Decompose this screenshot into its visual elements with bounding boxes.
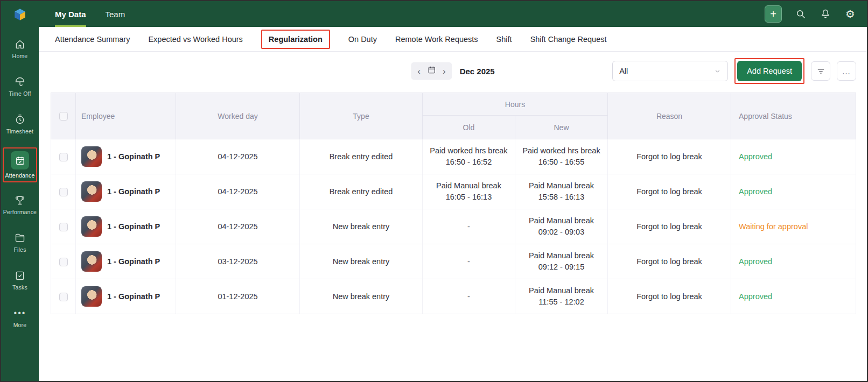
header-employee: Employee bbox=[76, 93, 176, 139]
header-type: Type bbox=[300, 93, 423, 139]
row-checkbox[interactable] bbox=[59, 223, 68, 231]
more-icon: ••• bbox=[14, 307, 26, 319]
row-checkbox[interactable] bbox=[59, 188, 68, 196]
tab-shift-change-request[interactable]: Shift Change Request bbox=[530, 35, 607, 44]
timesheet-icon bbox=[14, 114, 26, 125]
next-month-button[interactable]: › bbox=[442, 67, 447, 75]
date-navigation: ‹ › Dec 2025 bbox=[411, 62, 494, 80]
search-icon[interactable] bbox=[795, 8, 807, 20]
add-button[interactable]: + bbox=[765, 5, 782, 23]
time-off-icon bbox=[14, 76, 26, 88]
period-label: Dec 2025 bbox=[460, 67, 495, 76]
sidebar-item-tasks[interactable]: Tasks bbox=[3, 266, 37, 294]
hours-old-cell: - bbox=[423, 279, 515, 314]
table-row: 1 - Gopinath P04-12-2025Break entry edit… bbox=[51, 174, 856, 209]
performance-icon bbox=[14, 194, 26, 206]
sidebar-item-attendance[interactable]: Attendance bbox=[3, 147, 37, 182]
date-pill: ‹ › bbox=[411, 62, 452, 80]
sidebar-item-label: Tasks bbox=[12, 284, 27, 291]
reason-cell: Forgot to log break bbox=[608, 174, 731, 209]
calendar-icon[interactable] bbox=[427, 66, 436, 77]
hours-new-cell: Paid worked hrs break16:50 - 16:55 bbox=[515, 139, 608, 174]
reason-cell: Forgot to log break bbox=[608, 209, 731, 244]
main-area: My Data Team + ⚙ Attendance Summary Expe… bbox=[39, 1, 867, 381]
tab-attendance-summary[interactable]: Attendance Summary bbox=[55, 35, 130, 44]
hours-old-cell: Paid worked hrs break16:50 - 16:52 bbox=[423, 139, 515, 174]
employee-avatar bbox=[81, 146, 102, 167]
topbar-actions: + ⚙ bbox=[765, 5, 856, 23]
employee-avatar bbox=[81, 251, 102, 272]
add-request-button[interactable]: Add Request bbox=[737, 61, 802, 81]
hours-new-cell: Paid Manual break15:58 - 16:13 bbox=[515, 174, 608, 209]
tab-regularization[interactable]: Regularization bbox=[261, 30, 330, 49]
worked-day-cell: 04-12-2025 bbox=[176, 209, 300, 244]
approval-status-cell: Waiting for approval bbox=[731, 209, 856, 244]
sidebar-item-performance[interactable]: Performance bbox=[3, 190, 37, 219]
reason-cell: Forgot to log break bbox=[608, 279, 731, 314]
type-cell: New break entry bbox=[300, 209, 423, 244]
table-row: 1 - Gopinath P03-12-2025New break entry-… bbox=[51, 244, 856, 279]
sidebar-item-label: Performance bbox=[3, 209, 37, 215]
sidebar-item-label: Home bbox=[12, 53, 28, 59]
select-all-checkbox[interactable] bbox=[59, 112, 68, 121]
reason-cell: Forgot to log break bbox=[608, 139, 731, 174]
header-reason: Reason bbox=[608, 93, 731, 139]
app-logo-icon bbox=[13, 8, 27, 22]
header-approval-status: Approval Status bbox=[731, 93, 856, 139]
table-row: 1 - Gopinath P01-12-2025New break entry-… bbox=[51, 279, 856, 314]
gear-icon[interactable]: ⚙ bbox=[844, 8, 856, 20]
worked-day-cell: 04-12-2025 bbox=[176, 139, 300, 174]
employee-name: 1 - Gopinath P bbox=[107, 187, 160, 196]
sidebar-item-label: More bbox=[13, 322, 27, 328]
approval-status-cell: Approved bbox=[731, 279, 856, 314]
attendance-subtabs: Attendance Summary Expected vs Worked Ho… bbox=[39, 27, 867, 52]
worked-day-cell: 01-12-2025 bbox=[176, 279, 300, 314]
table-body: 1 - Gopinath P04-12-2025Break entry edit… bbox=[51, 139, 856, 314]
app-window: Home Time Off Timesheet Attendance Perfo bbox=[1, 1, 867, 381]
sidebar-item-timesheet[interactable]: Timesheet bbox=[3, 110, 37, 138]
tasks-icon bbox=[14, 270, 26, 281]
tab-remote-work-requests[interactable]: Remote Work Requests bbox=[395, 35, 478, 44]
more-options-button[interactable]: ... bbox=[837, 61, 856, 81]
employee-name: 1 - Gopinath P bbox=[107, 292, 160, 301]
topbar: My Data Team + ⚙ bbox=[39, 1, 867, 27]
tab-team[interactable]: Team bbox=[106, 1, 125, 27]
worked-day-cell: 03-12-2025 bbox=[176, 244, 300, 279]
type-cell: New break entry bbox=[300, 279, 423, 314]
app-logo[interactable] bbox=[12, 6, 28, 23]
toolbar: ‹ › Dec 2025 All Add Request bbox=[39, 56, 867, 86]
table-row: 1 - Gopinath P04-12-2025Break entry edit… bbox=[51, 139, 856, 174]
row-checkbox[interactable] bbox=[59, 258, 68, 266]
tab-on-duty[interactable]: On Duty bbox=[348, 35, 377, 44]
employee-name: 1 - Gopinath P bbox=[107, 222, 160, 231]
tab-shift[interactable]: Shift bbox=[496, 35, 512, 44]
approval-status-cell: Approved bbox=[731, 139, 856, 174]
annotation-box: Add Request bbox=[734, 58, 804, 84]
hours-new-cell: Paid Manual break09:12 - 09:15 bbox=[515, 244, 608, 279]
sidebar: Home Time Off Timesheet Attendance Perfo bbox=[1, 1, 39, 381]
hours-old-cell: - bbox=[423, 209, 515, 244]
filter-dropdown[interactable]: All bbox=[612, 61, 728, 81]
sidebar-item-files[interactable]: Files bbox=[3, 228, 37, 257]
hours-new-cell: Paid Manual break11:55 - 12:02 bbox=[515, 279, 608, 314]
row-checkbox[interactable] bbox=[59, 153, 68, 161]
bell-icon[interactable] bbox=[820, 8, 831, 20]
tab-my-data[interactable]: My Data bbox=[55, 1, 86, 27]
sidebar-item-time-off[interactable]: Time Off bbox=[3, 72, 37, 101]
tab-expected-vs-worked-hours[interactable]: Expected vs Worked Hours bbox=[148, 35, 242, 44]
sidebar-item-more[interactable]: ••• More bbox=[3, 303, 37, 332]
sidebar-item-home[interactable]: Home bbox=[3, 34, 37, 63]
employee-avatar bbox=[81, 181, 102, 202]
header-hours-new: New bbox=[515, 116, 608, 139]
type-cell: Break entry edited bbox=[300, 174, 423, 209]
sidebar-item-label: Attendance bbox=[5, 172, 34, 179]
row-checkbox[interactable] bbox=[59, 293, 68, 301]
files-icon bbox=[14, 232, 26, 244]
reason-cell: Forgot to log break bbox=[608, 244, 731, 279]
home-icon bbox=[14, 38, 26, 50]
filter-button[interactable] bbox=[811, 61, 830, 81]
employee-avatar bbox=[81, 216, 102, 237]
chevron-down-icon bbox=[714, 68, 721, 75]
employee-avatar bbox=[81, 286, 102, 307]
prev-month-button[interactable]: ‹ bbox=[416, 67, 422, 75]
